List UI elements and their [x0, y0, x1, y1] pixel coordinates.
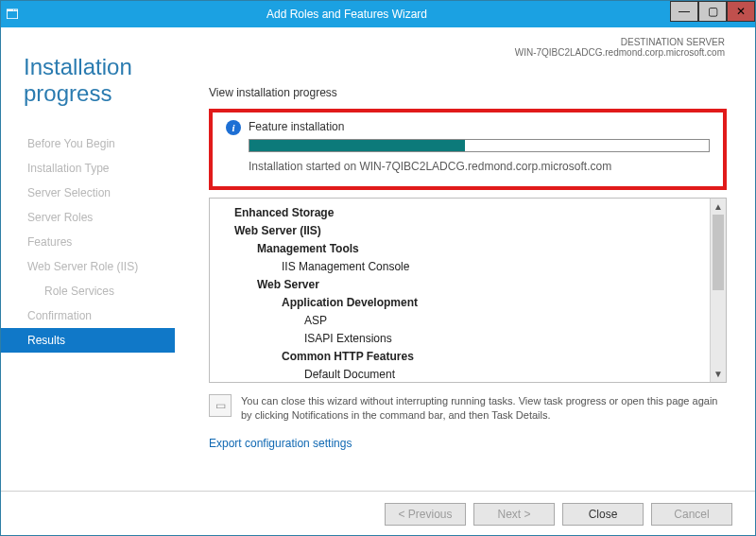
minimize-button[interactable]: —: [670, 1, 698, 22]
cancel-button: Cancel: [651, 503, 732, 526]
note-text: You can close this wizard without interr…: [241, 394, 727, 424]
info-icon: i: [226, 120, 241, 135]
feature-tree[interactable]: Enhanced Storage Web Server (IIS) Manage…: [210, 199, 710, 382]
next-button: Next >: [473, 503, 555, 526]
progress-bar: [249, 139, 710, 152]
feature-install-panel: i Feature installation Installation star…: [209, 109, 727, 190]
tree-item: Web Server (IIS): [219, 222, 704, 240]
title-bar[interactable]: 🗔 Add Roles and Features Wizard — ▢ ✕: [1, 1, 755, 27]
progress-fill: [249, 140, 465, 151]
tree-item: Web Server: [219, 276, 704, 294]
feature-tree-box: Enhanced Storage Web Server (IIS) Manage…: [209, 198, 727, 383]
step-features: Features: [24, 230, 190, 254]
step-server-roles: Server Roles: [24, 205, 190, 230]
scroll-thumb[interactable]: [713, 215, 724, 290]
close-window-button[interactable]: ✕: [727, 1, 755, 22]
scroll-track[interactable]: [711, 215, 726, 366]
step-web-server-role: Web Server Role (IIS): [24, 254, 190, 279]
window-title: Add Roles and Features Wizard: [24, 8, 670, 21]
step-confirmation: Confirmation: [24, 303, 190, 328]
flag-icon: ▭: [209, 394, 232, 417]
step-server-selection: Server Selection: [24, 181, 190, 205]
footer: < Previous Next > Close Cancel: [1, 491, 755, 536]
step-installation-type: Installation Type: [24, 156, 190, 181]
app-icon: 🗔: [1, 1, 24, 27]
scroll-down-icon[interactable]: ▼: [711, 366, 726, 382]
wizard-window: 🗔 Add Roles and Features Wizard — ▢ ✕ In…: [0, 0, 756, 536]
tree-item: Enhanced Storage: [219, 204, 704, 222]
tree-item: IIS Management Console: [219, 258, 704, 276]
export-config-link[interactable]: Export configuration settings: [209, 437, 352, 450]
right-panel: DESTINATION SERVER WIN-7QIBC2LADCG.redmo…: [190, 27, 755, 491]
wizard-steps: Before You Begin Installation Type Serve…: [24, 131, 190, 353]
window-controls: — ▢ ✕: [670, 1, 755, 27]
tree-item: Default Document: [219, 366, 704, 382]
destination-label: DESTINATION SERVER: [515, 37, 725, 47]
tree-item: ISAPI Extensions: [219, 330, 704, 348]
maximize-button[interactable]: ▢: [698, 1, 727, 22]
previous-button: < Previous: [385, 503, 466, 526]
tree-scrollbar[interactable]: ▲ ▼: [710, 199, 726, 382]
step-before-you-begin: Before You Begin: [24, 131, 190, 156]
step-results[interactable]: Results: [1, 328, 175, 353]
tree-item: ASP: [219, 312, 704, 330]
tree-item: Application Development: [219, 294, 704, 312]
content-area: Installation progress Before You Begin I…: [1, 27, 755, 491]
tree-item: Management Tools: [219, 240, 704, 258]
close-button[interactable]: Close: [562, 503, 644, 526]
step-role-services: Role Services: [24, 279, 190, 303]
destination-server-name: WIN-7QIBC2LADCG.redmond.corp.microsoft.c…: [515, 47, 725, 58]
left-panel: Installation progress Before You Begin I…: [1, 27, 190, 491]
tree-item: Common HTTP Features: [219, 348, 704, 366]
page-title: Installation progress: [24, 54, 190, 107]
install-status-text: Installation started on WIN-7QIBC2LADCG.…: [249, 160, 710, 173]
feature-install-label: Feature installation: [249, 120, 710, 133]
note-row: ▭ You can close this wizard without inte…: [209, 394, 727, 424]
destination-server: DESTINATION SERVER WIN-7QIBC2LADCG.redmo…: [515, 37, 725, 58]
scroll-up-icon[interactable]: ▲: [711, 199, 726, 215]
section-heading: View installation progress: [209, 86, 727, 99]
